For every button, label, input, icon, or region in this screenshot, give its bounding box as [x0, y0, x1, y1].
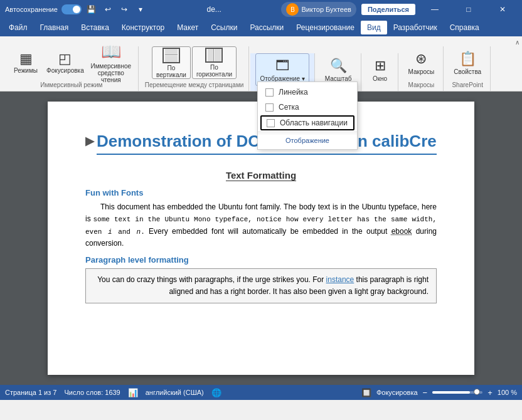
window-icon: ⊞ [375, 58, 386, 74]
nav-label: Область навигации [280, 118, 348, 127]
ribbon-group-window: ⊞ Окно [363, 53, 398, 91]
mono-i: i [108, 228, 112, 236]
ribbon-btn-focus[interactable]: ◰ Фокусировка [43, 46, 88, 79]
autosave-toggle[interactable] [61, 4, 82, 14]
fun-fonts-heading: Fun with Fonts [85, 188, 437, 197]
ruler-label: Линейка [279, 88, 308, 97]
autosave-label: Автосохранение [5, 6, 58, 13]
ribbon-group-label-nav: Перемещение между страницами [145, 81, 244, 88]
modes-icon: ▦ [19, 52, 33, 66]
dropdown-item-nav[interactable]: Область навигации [260, 115, 354, 130]
display-dropdown: Линейка Сетка Область навигации Отображе… [257, 81, 358, 150]
window-controls: Поделиться [361, 4, 415, 15]
menu-mailing[interactable]: Рассылки [243, 21, 290, 34]
vertical-icon [162, 48, 180, 63]
ribbon-btn-modes[interactable]: ▦ Режимы [10, 46, 41, 79]
user-name: Виктор Бухтеев [301, 6, 351, 13]
instance-link: instance [326, 275, 354, 284]
menu-developer[interactable]: Разработчик [387, 21, 444, 34]
status-right: 🔲 Фокусировка − + 100 % [361, 388, 517, 397]
plus-zoom-icon[interactable]: + [487, 388, 493, 397]
close-button[interactable]: ✕ [488, 0, 517, 19]
minus-zoom-icon[interactable]: − [423, 388, 428, 397]
doc-name: de... [206, 5, 221, 14]
ribbon-btn-macros[interactable]: ⊛ Макросы [405, 46, 439, 79]
mono-n: n [137, 228, 141, 236]
stats-icon[interactable]: 📊 [128, 388, 138, 397]
focus-label: Фокусировка [376, 389, 418, 396]
ebook-link: ebook [392, 227, 412, 236]
menu-constructor[interactable]: Конструктор [115, 21, 171, 34]
ribbon-btn-horizontal[interactable]: Погоризонтали [192, 46, 237, 79]
ribbon-btn-properties[interactable]: 📋 Свойства [450, 46, 485, 79]
ruler-checkbox[interactable] [265, 88, 274, 97]
menu-layout[interactable]: Макет [171, 21, 205, 34]
more-options-icon[interactable]: ▾ [134, 3, 147, 16]
status-bar: Страница 1 из 7 Число слов: 1639 📊 англи… [0, 385, 522, 400]
grid-checkbox[interactable] [265, 103, 274, 112]
user-avatar: В [286, 3, 299, 16]
properties-label: Свойства [454, 68, 481, 75]
user-badge[interactable]: В Виктор Бухтеев [281, 2, 356, 17]
menu-bar: Файл Главная Вставка Конструктор Макет С… [0, 19, 522, 36]
zoom-thumb[interactable] [474, 389, 480, 395]
nav-checkbox[interactable] [267, 119, 275, 127]
ribbon-btn-immersive[interactable]: 📖 Иммерсивное средство чтения [89, 46, 133, 79]
section-heading-text: Text Formatting [226, 170, 296, 181]
para-border-box: You can do crazy things with paragraphs,… [85, 268, 437, 303]
ribbon-group-label-macros: Макросы [408, 81, 435, 88]
status-left: Страница 1 из 7 Число слов: 1639 📊 англи… [5, 388, 221, 397]
fun-fonts-body: This document has embedded the Ubuntu fo… [85, 201, 437, 250]
focus-icon: ◰ [58, 52, 72, 66]
menu-home[interactable]: Главная [34, 21, 75, 34]
word-count: Число слов: 1639 [64, 389, 120, 396]
save-icon[interactable]: 💾 [85, 3, 98, 16]
immersive-label: Иммерсивное средство чтения [90, 63, 131, 83]
menu-review[interactable]: Рецензирование [290, 21, 361, 34]
menu-links[interactable]: Ссылки [205, 21, 243, 34]
menu-help[interactable]: Справка [444, 21, 486, 34]
para-body: You can do crazy things with paragraphs,… [97, 275, 429, 296]
section-heading: Text Formatting [85, 170, 437, 181]
macros-label: Макросы [408, 68, 435, 75]
maximize-button[interactable]: □ [454, 0, 483, 19]
dropdown-footer[interactable]: Отображение [258, 134, 357, 147]
focus-label: Фокусировка [46, 67, 84, 74]
lang-icon[interactable]: 🌐 [211, 388, 221, 397]
properties-icon: 📋 [459, 51, 476, 67]
title-bar: Автосохранение 💾 ↩ ↪ ▾ de... В Виктор Бу… [0, 0, 522, 19]
zoom-level: 100 % [498, 389, 517, 396]
ribbon-group-btns-window: ⊞ Окно [368, 53, 393, 86]
menu-insert[interactable]: Вставка [75, 21, 115, 34]
minimize-button[interactable]: — [420, 0, 449, 19]
lang: английский (США) [146, 389, 204, 396]
focus-status-icon[interactable]: 🔲 [361, 388, 371, 397]
ribbon-group-label-immersive: Иммерсивный режим [40, 81, 102, 88]
ribbon-group-btns-macros: ⊛ Макросы [405, 46, 439, 79]
ribbon-btn-window[interactable]: ⊞ Окно [368, 53, 393, 86]
ribbon-collapse-button[interactable]: ∧ [515, 39, 519, 46]
menu-view[interactable]: Вид [361, 21, 387, 34]
mono-text-1: some text in the Ubuntu Mono typeface, n… [85, 216, 437, 236]
ribbon-group-btns-sharepoint: 📋 Свойства [450, 46, 485, 79]
ribbon-group-nav: Повертикали Погоризонтали Перемещение ме… [140, 46, 250, 91]
horizontal-icon [205, 48, 223, 63]
undo-icon[interactable]: ↩ [102, 3, 114, 16]
immersive-icon: 📖 [101, 42, 121, 61]
share-button[interactable]: Поделиться [361, 4, 415, 15]
page-info: Страница 1 из 7 [5, 389, 56, 396]
horizontal-label: Погоризонтали [196, 64, 232, 78]
ribbon-group-label-sharepoint: SharePoint [452, 81, 482, 88]
menu-file[interactable]: Файл [3, 21, 34, 34]
dropdown-item-ruler[interactable]: Линейка [258, 85, 357, 100]
macros-icon: ⊛ [415, 51, 427, 67]
display-icon: 🗔 [275, 58, 289, 74]
ribbon-group-btns-immersive: ▦ Режимы ◰ Фокусировка 📖 Иммерсивное сре… [10, 46, 133, 79]
ribbon-btn-vertical[interactable]: Повертикали [152, 46, 191, 79]
ribbon-group-sharepoint: 📋 Свойства SharePoint [445, 46, 491, 91]
heading-arrow-icon: ▶ [85, 134, 94, 148]
ribbon-group-immersive: ▦ Режимы ◰ Фокусировка 📖 Иммерсивное сре… [5, 46, 139, 91]
modes-label: Режимы [14, 67, 38, 74]
dropdown-item-grid[interactable]: Сетка [258, 100, 357, 115]
redo-icon[interactable]: ↪ [118, 3, 130, 16]
